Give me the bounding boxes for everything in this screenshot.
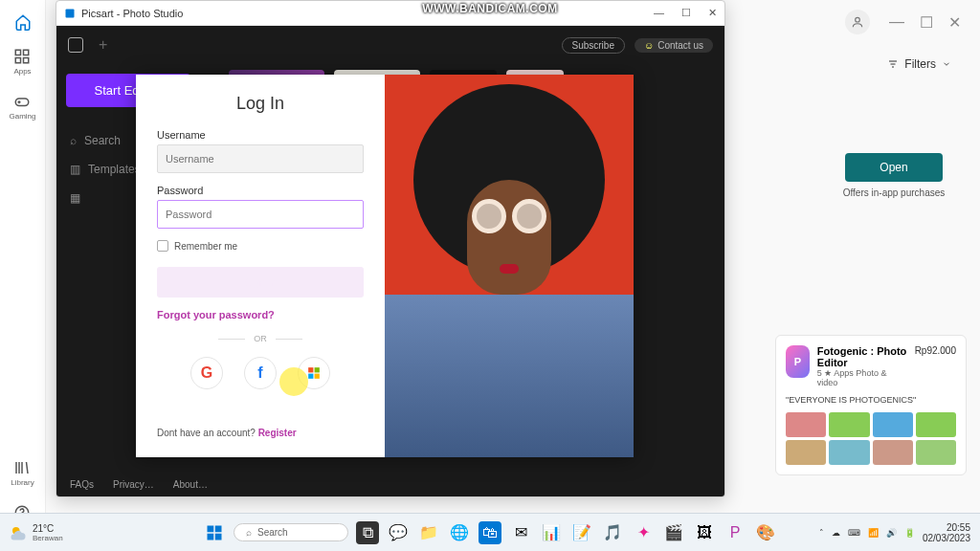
card-thumbnails — [786, 412, 956, 465]
close-icon[interactable]: ✕ — [948, 13, 961, 32]
svg-rect-9 — [315, 367, 320, 372]
remember-label: Remember me — [174, 241, 237, 252]
taskbar-app-icon[interactable]: ⧉ — [356, 521, 379, 544]
open-button[interactable]: Open — [845, 153, 942, 182]
taskbar-app-icon[interactable]: 🖼 — [693, 521, 716, 544]
login-heading: Log In — [157, 94, 364, 114]
register-link[interactable]: Register — [258, 428, 297, 438]
svg-rect-1 — [24, 50, 29, 55]
taskbar-app-icon[interactable]: 📊 — [540, 521, 563, 544]
taskbar-app-icon[interactable]: ✦ — [632, 521, 655, 544]
rail-apps[interactable]: Apps — [13, 48, 31, 76]
remember-me-checkbox[interactable]: Remember me — [157, 240, 364, 252]
card-price: Rp92.000 — [915, 345, 956, 387]
filters-label: Filters — [904, 57, 936, 71]
taskbar-temp: 21°C — [33, 523, 63, 534]
taskbar-app-icon[interactable]: 🎵 — [601, 521, 624, 544]
svg-rect-16 — [215, 533, 222, 540]
svg-rect-14 — [215, 525, 222, 532]
taskbar-clock[interactable]: 20:55 02/03/2023 — [923, 522, 970, 543]
picsart-title: Picsart - Photo Studio — [81, 8, 183, 19]
taskbar-store-icon[interactable]: 🛍 — [479, 521, 501, 544]
svg-point-6 — [856, 17, 860, 22]
svg-rect-7 — [66, 9, 75, 17]
card-sub: 5 ★ Apps Photo & video — [817, 368, 907, 387]
weather-icon — [10, 524, 27, 541]
facebook-login-button[interactable]: f — [244, 357, 277, 389]
login-hero-image — [385, 75, 634, 457]
user-avatar[interactable] — [845, 10, 870, 34]
svg-rect-4 — [16, 99, 30, 106]
forgot-password-link[interactable]: Forgot your password? — [157, 309, 364, 320]
username-input[interactable] — [157, 144, 364, 173]
library-icon — [13, 459, 31, 476]
tray-cloud-icon[interactable]: ☁ — [832, 528, 840, 538]
taskbar-weather-text: Berawan — [33, 534, 63, 542]
taskbar-app-icon[interactable]: 🎨 — [754, 521, 777, 544]
iap-text: Offers in-app purchases — [843, 187, 946, 198]
cursor-highlight — [279, 367, 308, 396]
username-label: Username — [157, 129, 364, 141]
rail-gaming-label: Gaming — [9, 112, 35, 121]
password-input[interactable] — [157, 200, 364, 229]
windows-icon — [307, 366, 321, 380]
rail-apps-label: Apps — [13, 67, 31, 76]
card-tagline: "EVERYONE IS PHOTOGENICS" — [786, 395, 956, 405]
taskbar-explorer-icon[interactable]: 📁 — [417, 521, 440, 544]
pwin-minimize-icon[interactable]: — — [654, 7, 664, 19]
pwin-maximize-icon[interactable]: ☐ — [681, 7, 691, 19]
windows-taskbar: 21°C Berawan ⌕ Search ⧉ 💬 📁 🌐 🛍 ✉ 📊 📝 🎵 … — [0, 513, 980, 551]
search-icon: ⌕ — [70, 134, 77, 147]
rail-library[interactable]: Library — [11, 459, 33, 487]
rail-gaming[interactable]: Gaming — [9, 93, 35, 121]
bandicam-watermark: WWW.BANDICAM.COM — [422, 2, 557, 15]
taskbar-chat-icon[interactable]: 💬 — [387, 521, 410, 544]
svg-rect-11 — [315, 374, 320, 379]
svg-rect-15 — [208, 533, 214, 540]
password-label: Password — [157, 185, 364, 196]
minimize-icon[interactable]: — — [889, 13, 904, 32]
tray-volume-icon[interactable]: 🔊 — [886, 528, 897, 538]
rail-library-label: Library — [11, 478, 33, 487]
footer-faqs[interactable]: FAQs — [70, 479, 94, 490]
templates-icon: ▥ — [70, 163, 80, 176]
taskbar-app-icon[interactable]: 📝 — [570, 521, 593, 544]
rail-home[interactable] — [14, 13, 32, 31]
tray-chevron-icon[interactable]: ˄ — [819, 528, 824, 538]
ms-store-left-rail: Apps Gaming Library Help — [0, 0, 46, 551]
svg-rect-13 — [208, 525, 214, 532]
taskbar-search[interactable]: ⌕ Search — [234, 523, 348, 541]
contact-button[interactable]: ☺Contact us — [635, 38, 713, 53]
user-icon — [851, 15, 864, 29]
picsart-home-icon[interactable] — [68, 37, 83, 53]
filter-icon — [887, 58, 899, 70]
search-icon: ⌕ — [246, 527, 252, 538]
footer-privacy[interactable]: Privacy… — [113, 479, 154, 490]
maximize-icon[interactable]: ☐ — [920, 13, 933, 32]
related-app-card[interactable]: P Fotogenic : Photo Editor 5 ★ Apps Phot… — [775, 335, 967, 475]
signin-button[interactable]: Sign In — [157, 267, 364, 298]
taskbar-picsart-icon[interactable]: P — [724, 521, 746, 544]
home-icon — [14, 13, 32, 31]
start-button[interactable] — [203, 521, 226, 544]
pwin-close-icon[interactable]: ✕ — [708, 7, 717, 19]
taskbar-edge-icon[interactable]: 🌐 — [448, 521, 471, 544]
picsart-titlebar[interactable]: Picsart - Photo Studio — ☐ ✕ — [56, 1, 724, 26]
footer-about[interactable]: About… — [173, 479, 208, 490]
card-title: Fotogenic : Photo Editor — [817, 345, 907, 368]
taskbar-app-icon[interactable]: 🎬 — [662, 521, 685, 544]
login-modal: Log In Username Password Remember me Sig… — [136, 75, 634, 457]
tray-battery-icon[interactable]: 🔋 — [904, 528, 915, 538]
subscribe-button[interactable]: Subscribe — [562, 37, 625, 54]
taskbar-app-icon[interactable]: ✉ — [509, 521, 532, 544]
svg-rect-0 — [16, 50, 21, 55]
tray-wifi-icon[interactable]: 📶 — [868, 528, 879, 538]
filters-dropdown[interactable]: Filters — [887, 57, 951, 71]
svg-rect-10 — [308, 374, 313, 379]
checkbox-icon — [157, 240, 168, 252]
tray-language[interactable]: ⌨ — [848, 528, 860, 538]
google-login-button[interactable]: G — [190, 357, 223, 389]
taskbar-weather[interactable]: 21°C Berawan — [10, 523, 63, 542]
store-window-controls: — ☐ ✕ — [889, 13, 961, 32]
windows-start-icon — [206, 524, 223, 541]
